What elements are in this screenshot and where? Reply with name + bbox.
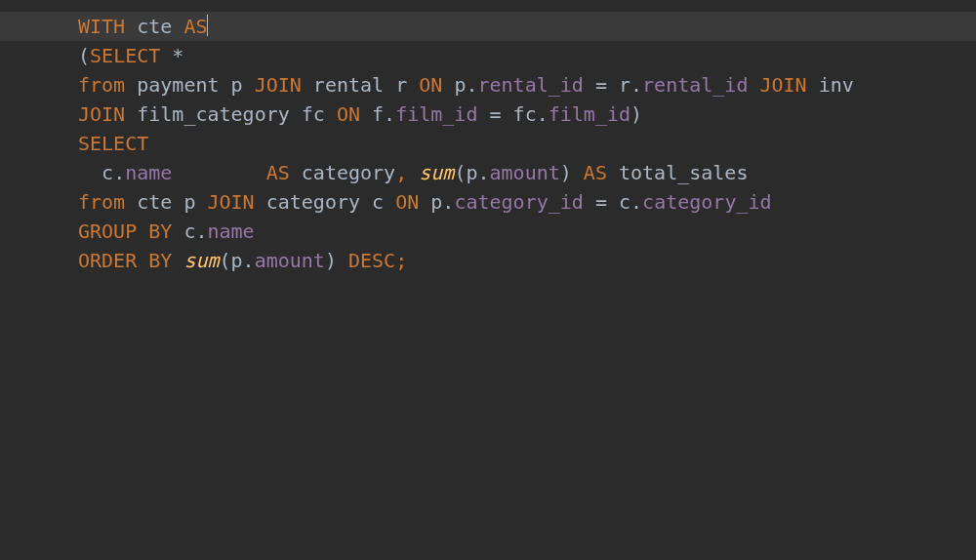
code-token [290, 161, 302, 184]
code-token: AS [584, 161, 607, 184]
code-token: = [595, 190, 607, 214]
code-token: rental r [313, 73, 407, 97]
code-token: film_id [549, 102, 630, 126]
code-token [407, 161, 419, 184]
code-token [125, 190, 137, 214]
code-token: p [231, 249, 243, 272]
code-token: SELECT [90, 44, 160, 67]
code-token [384, 190, 395, 214]
code-token: payment p [137, 73, 242, 97]
code-token: fc [513, 102, 537, 126]
code-token: c [619, 190, 630, 214]
code-token: = [595, 73, 607, 97]
code-token: JOIN [78, 102, 125, 126]
code-token: = [490, 102, 502, 126]
code-token [172, 161, 265, 184]
code-token: AS [183, 15, 207, 38]
code-token: ) [560, 161, 572, 184]
code-token [442, 73, 454, 97]
code-token: cte [137, 15, 172, 38]
code-token: from [78, 190, 125, 214]
code-token: film_category fc [137, 102, 325, 126]
code-token [337, 249, 348, 272]
code-token: ( [220, 249, 231, 272]
code-token [477, 102, 489, 126]
code-token: JOIN [255, 73, 302, 97]
sql-editor[interactable]: WITH cte AS(SELECT *from payment p JOIN … [0, 0, 976, 275]
code-token: ORDER BY [78, 249, 172, 272]
code-token: GROUP BY [78, 220, 172, 243]
code-line[interactable]: from cte p JOIN category c ON p.category… [78, 187, 976, 217]
code-token: p [454, 73, 466, 97]
code-token: from [78, 73, 125, 97]
code-line[interactable]: ORDER BY sum(p.amount) DESC; [78, 246, 976, 275]
code-token: name [125, 161, 172, 184]
code-token: DESC [348, 249, 395, 272]
code-token [172, 249, 183, 272]
code-token: . [630, 190, 642, 214]
code-token [607, 73, 619, 97]
code-token: category c [266, 190, 384, 214]
code-token: total_sales [619, 161, 748, 184]
code-line[interactable]: (SELECT * [78, 41, 976, 70]
code-token [607, 161, 619, 184]
code-token [255, 190, 266, 214]
code-token: . [477, 161, 489, 184]
code-token: . [537, 102, 549, 126]
code-token: JOIN [207, 190, 254, 214]
code-token [572, 161, 584, 184]
code-token: category_id [454, 190, 583, 214]
code-token: category [302, 161, 395, 184]
code-token: ON [395, 190, 419, 214]
code-token [407, 73, 419, 97]
code-token: AS [266, 161, 290, 184]
code-line[interactable]: SELECT [78, 129, 976, 158]
code-line[interactable]: JOIN film_category fc ON f.film_id = fc.… [78, 100, 976, 129]
code-token [607, 190, 619, 214]
code-token: category_id [642, 190, 771, 214]
code-token: SELECT [78, 132, 148, 155]
code-token: p [466, 161, 477, 184]
code-token [325, 102, 337, 126]
code-token: c [183, 220, 195, 243]
code-token: rental_id [642, 73, 748, 97]
code-token: * [172, 44, 183, 67]
code-token: . [630, 73, 642, 97]
code-line[interactable]: c.name AS category, sum(p.amount) AS tot… [78, 158, 976, 187]
code-token [302, 73, 313, 97]
code-token [125, 15, 137, 38]
code-token [502, 102, 513, 126]
code-token: ( [78, 44, 90, 67]
code-line[interactable]: from payment p JOIN rental r ON p.rental… [78, 70, 976, 100]
code-token: rental_id [477, 73, 583, 97]
code-token: ) [630, 102, 642, 126]
code-token: amount [255, 249, 325, 272]
code-token [748, 73, 759, 97]
code-token: film_id [395, 102, 477, 126]
code-token: p [430, 190, 442, 214]
code-token: ( [454, 161, 466, 184]
code-token: ON [419, 73, 442, 97]
code-token: c [102, 161, 113, 184]
code-token: . [195, 220, 207, 243]
code-line[interactable]: WITH cte AS [78, 12, 976, 41]
code-token [419, 190, 430, 214]
code-token [584, 190, 595, 214]
text-caret [207, 15, 208, 36]
code-token [360, 102, 372, 126]
code-token [78, 161, 102, 184]
code-token: . [442, 190, 454, 214]
code-line[interactable]: GROUP BY c.name [78, 217, 976, 246]
code-token [125, 102, 137, 126]
code-token: f [372, 102, 384, 126]
code-token: sum [183, 249, 219, 272]
code-token: amount [490, 161, 560, 184]
code-token [125, 73, 137, 97]
code-token: ) [325, 249, 337, 272]
code-token [172, 15, 183, 38]
code-token: . [243, 249, 255, 272]
code-token: . [466, 73, 477, 97]
code-token: sum [419, 161, 454, 184]
code-token [195, 190, 207, 214]
code-token: , [395, 161, 407, 184]
